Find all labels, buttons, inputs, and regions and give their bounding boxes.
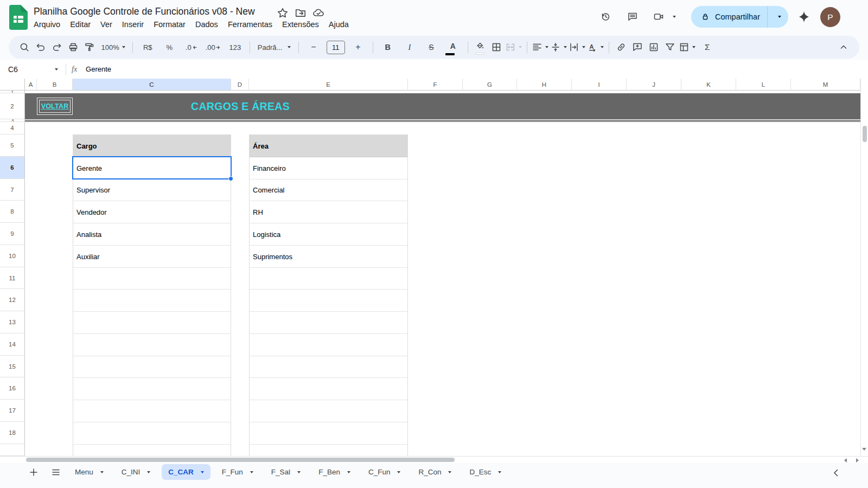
name-box[interactable]: C6 <box>0 65 58 74</box>
column-header-M[interactable]: M <box>791 79 860 91</box>
menu-ajuda[interactable]: Ajuda <box>324 19 354 30</box>
scroll-right-arrow-icon[interactable] <box>856 458 859 463</box>
column-header-G[interactable]: G <box>463 79 517 91</box>
sheet-tab-C_CAR[interactable]: C_CAR <box>162 464 210 480</box>
area-table-header-cell[interactable]: Área <box>250 135 407 157</box>
formula-input[interactable]: Gerente <box>86 65 111 73</box>
cargo-table-cell[interactable] <box>73 312 231 334</box>
text-color-button[interactable]: A <box>443 38 463 56</box>
chevron-down-icon[interactable] <box>100 471 104 473</box>
column-header-C[interactable]: C <box>73 79 231 91</box>
insert-comment-button[interactable] <box>630 40 644 55</box>
comments-icon[interactable] <box>625 9 640 24</box>
banner-row[interactable]: VOLTAR CARGOS E ÁREAS <box>25 93 860 119</box>
sheet-tab-F_Fun[interactable]: F_Fun <box>215 464 260 480</box>
sheet-tab-C_Fun[interactable]: C_Fun <box>362 464 407 480</box>
area-table-cell[interactable] <box>250 378 407 400</box>
cargo-table-cell[interactable] <box>73 400 231 422</box>
decrease-decimal-button[interactable]: .0 <box>181 40 201 55</box>
area-table-cell[interactable]: Comercial <box>250 179 407 201</box>
sheet-tab-F_Sal[interactable]: F_Sal <box>265 464 307 480</box>
row-header-6[interactable]: 6 <box>0 157 25 179</box>
area-table-cell[interactable] <box>250 334 407 356</box>
scroll-left-arrow-icon[interactable] <box>844 458 847 463</box>
italic-button[interactable]: I <box>399 40 419 55</box>
cargo-table-cell[interactable]: Analista <box>73 223 231 246</box>
functions-button[interactable]: Σ <box>697 40 717 55</box>
font-size-decrease-button[interactable]: − <box>303 40 323 55</box>
star-icon[interactable] <box>277 7 289 19</box>
fill-handle[interactable] <box>228 176 233 181</box>
increase-decimal-button[interactable]: .00 <box>203 40 224 55</box>
horizontal-align-button[interactable] <box>532 40 548 55</box>
sheet-tab-F_Ben[interactable]: F_Ben <box>312 464 357 480</box>
chevron-down-icon[interactable] <box>498 471 501 473</box>
merge-cells-button[interactable] <box>505 40 522 55</box>
show-side-panel-button[interactable] <box>829 465 844 480</box>
column-header-B[interactable]: B <box>37 79 73 91</box>
sheet-tab-C_INI[interactable]: C_INI <box>115 464 157 480</box>
scroll-down-arrow-icon[interactable] <box>862 448 866 451</box>
add-sheet-button[interactable] <box>26 465 41 480</box>
format-currency-button[interactable]: R$ <box>138 40 158 55</box>
gemini-sparkle-icon[interactable] <box>796 9 812 24</box>
create-filter-button[interactable] <box>662 40 677 55</box>
spreadsheet-grid[interactable]: ABCDEFGHIJKLM 12345678910111213141516171… <box>0 79 868 456</box>
redo-button[interactable] <box>50 40 65 55</box>
format-percent-button[interactable]: % <box>159 40 180 55</box>
chevron-down-icon[interactable] <box>347 471 350 473</box>
area-table-cell[interactable]: Financeiro <box>250 157 407 179</box>
vertical-scrollbar-thumb[interactable] <box>863 126 867 142</box>
fill-color-button[interactable] <box>473 38 487 56</box>
chevron-down-icon[interactable] <box>201 471 204 473</box>
row-header-15[interactable]: 15 <box>0 356 25 377</box>
video-call-icon[interactable] <box>651 9 666 24</box>
column-header-A[interactable]: A <box>25 79 37 91</box>
area-table-cell[interactable] <box>250 290 407 312</box>
cargo-table-cell[interactable] <box>73 290 231 312</box>
menu-formatar[interactable]: Formatar <box>149 19 190 30</box>
print-button[interactable] <box>66 40 81 55</box>
cargo-table-header-cell[interactable]: Cargo <box>73 135 231 157</box>
column-header-F[interactable]: F <box>408 79 463 91</box>
bold-button[interactable]: B <box>378 40 398 55</box>
more-formats-button[interactable]: 123 <box>225 40 245 55</box>
share-button[interactable]: Compartilhar <box>691 6 767 28</box>
sheet-tab-R_Con[interactable]: R_Con <box>412 464 458 480</box>
area-table-cell[interactable] <box>250 400 407 422</box>
font-select[interactable]: Padrã... <box>255 40 294 55</box>
sheet-tab-D_Esc[interactable]: D_Esc <box>463 464 508 480</box>
menu-ver[interactable]: Ver <box>95 19 117 30</box>
menu-inserir[interactable]: Inserir <box>117 19 149 30</box>
chevron-down-icon[interactable] <box>250 471 253 473</box>
row-header-9[interactable]: 9 <box>0 223 25 245</box>
row-header-2[interactable]: 2 <box>0 93 25 119</box>
cargo-table-cell[interactable] <box>73 334 231 356</box>
vertical-scrollbar[interactable] <box>860 79 868 456</box>
cargo-table-cell[interactable]: Auxiliar <box>73 246 231 268</box>
row-header-10[interactable]: 10 <box>0 245 25 267</box>
collapse-toolbar-button[interactable] <box>837 40 851 55</box>
cargo-table-cell[interactable]: Supervisor <box>73 179 231 201</box>
column-header-I[interactable]: I <box>572 79 627 91</box>
area-table-cell[interactable] <box>250 422 407 445</box>
row-header-13[interactable]: 13 <box>0 311 25 333</box>
row-header-12[interactable]: 12 <box>0 289 25 311</box>
search-button[interactable] <box>17 40 32 55</box>
voltar-button[interactable]: VOLTAR <box>37 98 73 115</box>
area-table-cell[interactable]: RH <box>250 201 407 223</box>
cargo-table-cell[interactable] <box>73 378 231 400</box>
row-header-5[interactable]: 5 <box>0 134 25 157</box>
font-size-increase-button[interactable]: + <box>348 40 368 55</box>
column-header-H[interactable]: H <box>517 79 572 91</box>
video-call-dropdown[interactable] <box>669 9 676 24</box>
cargo-table-cell[interactable]: Vendedor <box>73 201 231 223</box>
row-header-partial[interactable] <box>0 444 25 456</box>
insert-link-button[interactable] <box>614 40 628 55</box>
area-table-cell[interactable]: Suprimentos <box>250 246 407 268</box>
chevron-down-icon[interactable] <box>397 471 400 473</box>
chevron-down-icon[interactable] <box>297 471 301 473</box>
cargo-table-cell[interactable] <box>73 422 231 445</box>
cloud-status-icon[interactable] <box>312 7 324 19</box>
active-cell-outline[interactable] <box>72 156 232 179</box>
